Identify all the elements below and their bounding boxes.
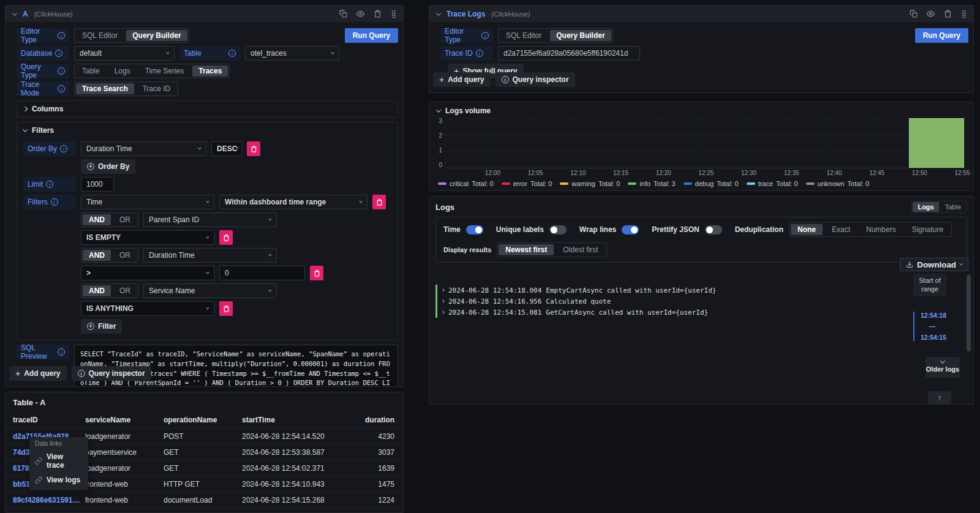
eye-icon[interactable]	[356, 10, 364, 18]
trace-link[interactable]: 89cf4286e631591b4...	[13, 496, 85, 504]
query-type-timeseries[interactable]: Time Series	[139, 66, 190, 77]
view-table-option[interactable]: Table	[940, 202, 966, 212]
query-inspector-button[interactable]: iQuery inspector	[72, 366, 151, 381]
filter-field-select[interactable]: Time	[81, 195, 214, 209]
column-header-starttime[interactable]: startTime	[242, 416, 353, 424]
order-by-field-select[interactable]: Duration Time	[81, 141, 206, 156]
trace-search-option[interactable]: Trace Search	[76, 83, 134, 94]
remove-filter-button[interactable]	[372, 195, 386, 209]
trash-icon[interactable]	[374, 10, 382, 18]
view-trace-menu-item[interactable]: View trace	[35, 449, 83, 473]
query-type-table[interactable]: Table	[76, 66, 106, 77]
remove-condition-1-button[interactable]	[219, 230, 233, 245]
expand-log-chevron-icon[interactable]	[441, 310, 445, 314]
scroll-to-top-button[interactable]: ↑	[928, 391, 951, 405]
info-icon[interactable]: i	[51, 198, 58, 206]
query-builder-option[interactable]: Query Builder	[126, 30, 187, 41]
add-order-by-button[interactable]: +Order By	[81, 159, 135, 174]
log-row[interactable]: 2024-06-28 12:54:16.956 Calculated quote	[435, 296, 906, 307]
remove-condition-2-button[interactable]	[310, 266, 323, 280]
dedup-none-option[interactable]: None	[791, 224, 823, 235]
query-type-logs[interactable]: Logs	[108, 66, 137, 77]
collapse-chevron-icon[interactable]	[12, 10, 17, 15]
expand-log-chevron-icon[interactable]	[441, 299, 445, 303]
column-header-operationname[interactable]: operationName	[164, 416, 242, 424]
column-header-traceid[interactable]: traceID	[13, 416, 85, 424]
info-icon[interactable]: i	[46, 181, 53, 188]
legend-item[interactable]: errorTotal: 0	[502, 180, 552, 187]
collapse-chevron-icon[interactable]	[436, 107, 441, 112]
collapse-chevron-icon[interactable]	[436, 10, 441, 15]
and-option[interactable]: AND	[83, 250, 111, 261]
column-header-duration[interactable]: duration	[353, 416, 396, 424]
condition-2-field-select[interactable]: Duration Time	[143, 248, 277, 263]
expand-log-chevron-icon[interactable]	[441, 288, 445, 292]
unique-labels-toggle[interactable]	[549, 225, 567, 234]
add-query-button[interactable]: +Add query	[433, 72, 491, 87]
filters-section-header[interactable]: Filters	[23, 126, 391, 135]
volume-bar[interactable]	[909, 118, 964, 168]
wrap-lines-toggle[interactable]	[622, 225, 639, 234]
database-select[interactable]: default	[74, 46, 175, 61]
sql-editor-option[interactable]: SQL Editor	[76, 30, 124, 41]
drag-handle-icon[interactable]: ⣿	[391, 10, 396, 18]
info-icon[interactable]: i	[58, 67, 65, 75]
columns-section[interactable]: Columns	[17, 100, 398, 118]
legend-item[interactable]: unknownTotal: 0	[806, 180, 870, 187]
plot-area[interactable]	[445, 118, 966, 168]
copy-icon[interactable]	[910, 10, 918, 18]
info-icon[interactable]: i	[476, 50, 483, 57]
query-type-traces[interactable]: Traces	[192, 66, 228, 77]
trash-icon[interactable]	[944, 10, 952, 18]
condition-1-operator-select[interactable]: IS EMPTY	[81, 230, 214, 245]
info-icon[interactable]: i	[228, 50, 236, 57]
condition-1-field-select[interactable]: Parent Span ID	[143, 212, 277, 227]
or-option[interactable]: OR	[113, 285, 137, 296]
remove-order-by-button[interactable]	[247, 141, 260, 156]
time-toggle[interactable]	[466, 225, 483, 234]
limit-input[interactable]	[81, 177, 114, 192]
download-button[interactable]: Download	[900, 258, 968, 271]
legend-item[interactable]: warningTotal: 0	[560, 180, 620, 187]
oldest-first-option[interactable]: Oldest first	[556, 244, 605, 255]
log-row[interactable]: 2024-06-28 12:54:18.004 EmptyCartAsync c…	[435, 285, 906, 296]
filter-time-range-select[interactable]: Within dashboard time range	[219, 195, 368, 209]
view-logs-menu-item[interactable]: View logs	[35, 473, 83, 487]
run-query-button[interactable]: Run Query	[915, 28, 968, 43]
legend-item[interactable]: debugTotal: 0	[684, 180, 739, 187]
add-query-button[interactable]: +Add query	[9, 366, 67, 381]
panel-a-title[interactable]: A	[23, 10, 28, 18]
column-header-servicename[interactable]: serviceName	[85, 416, 164, 424]
trace-id-input[interactable]	[498, 46, 640, 61]
eye-icon[interactable]	[927, 10, 935, 18]
remove-condition-3-button[interactable]	[219, 301, 233, 316]
table-select[interactable]: otel_traces	[245, 46, 339, 61]
query-builder-option[interactable]: Query Builder	[550, 30, 611, 41]
drag-handle-icon[interactable]: ⣿	[961, 10, 966, 18]
dedup-numbers-option[interactable]: Numbers	[859, 224, 903, 235]
logs-volume-header[interactable]: Logs volume	[429, 102, 973, 118]
add-filter-button[interactable]: +Filter	[81, 319, 122, 334]
or-option[interactable]: OR	[113, 250, 137, 261]
info-icon[interactable]: i	[60, 145, 67, 152]
copy-icon[interactable]	[339, 10, 347, 18]
scrollbar[interactable]	[967, 275, 971, 351]
info-icon[interactable]: i	[55, 50, 62, 57]
legend-item[interactable]: infoTotal: 3	[628, 180, 675, 187]
sql-editor-option[interactable]: SQL Editor	[500, 30, 548, 41]
view-logs-option[interactable]: Logs	[913, 202, 938, 212]
legend-item[interactable]: criticalTotal: 0	[438, 180, 494, 187]
dedup-exact-option[interactable]: Exact	[825, 224, 857, 235]
legend-item[interactable]: traceTotal: 0	[747, 180, 798, 187]
dedup-signature-option[interactable]: Signature	[905, 224, 950, 235]
and-option[interactable]: AND	[83, 285, 111, 296]
info-icon[interactable]: i	[58, 32, 65, 39]
info-icon[interactable]: i	[481, 32, 489, 39]
log-row[interactable]: 2024-06-28 12:54:15.081 GetCartAsync cal…	[435, 307, 906, 318]
info-icon[interactable]: i	[58, 348, 65, 356]
order-by-direction-select[interactable]: DESC	[211, 141, 242, 156]
or-option[interactable]: OR	[113, 214, 137, 225]
trace-id-option[interactable]: Trace ID	[137, 83, 177, 94]
log-range-indicator[interactable]: 12:54:18 — 12:54:15	[913, 312, 946, 341]
newest-first-option[interactable]: Newest first	[499, 244, 554, 255]
